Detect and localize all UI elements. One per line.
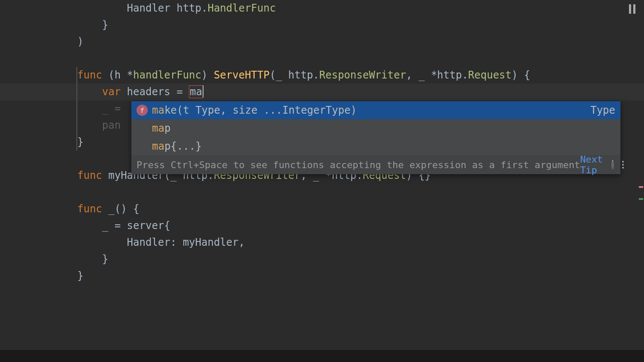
loading-spinner-icon [611,160,614,169]
code-line [77,184,644,201]
code-line: Handler: myHandler, [77,234,644,251]
text-cursor [203,85,204,97]
popup-footer: Press Ctrl+Space to see functions accept… [131,155,620,174]
code-line: _ = server{ [77,217,644,234]
scrollbar[interactable] [637,0,644,362]
completion-label: make(t Type, size ...IntegerType) [152,104,590,116]
typed-partial: ma [189,85,203,98]
code-line: ) [77,33,644,50]
error-marker[interactable] [639,186,643,188]
completion-item-map-literal[interactable]: map{...} [131,137,620,155]
kebab-menu-icon[interactable] [620,159,626,170]
completion-label: map [152,122,615,134]
code-line: } [77,17,644,33]
completion-item-map[interactable]: map [131,119,620,137]
current-line: var headers = ma [0,84,644,100]
code-line: } [77,268,644,284]
code-line: } [77,251,644,268]
function-icon: f [137,105,148,116]
completion-item-make[interactable]: f make(t Type, size ...IntegerType) Type [131,101,620,119]
completion-label: map{...} [152,140,615,152]
completion-type: Type [590,104,615,116]
ok-marker[interactable] [639,198,643,200]
autocomplete-popup[interactable]: f make(t Type, size ...IntegerType) Type… [131,101,620,174]
code-line: func (h *handlerFunc) ServeHTTP(_ http.R… [77,67,644,84]
next-tip-link[interactable]: Next Tip [580,154,603,175]
status-bar [0,350,644,362]
code-line [77,50,644,67]
code-line: func _() { [77,201,644,217]
code-line: Handler http.HandlerFunc [77,0,644,17]
popup-hint-text: Press Ctrl+Space to see functions accept… [137,160,580,170]
